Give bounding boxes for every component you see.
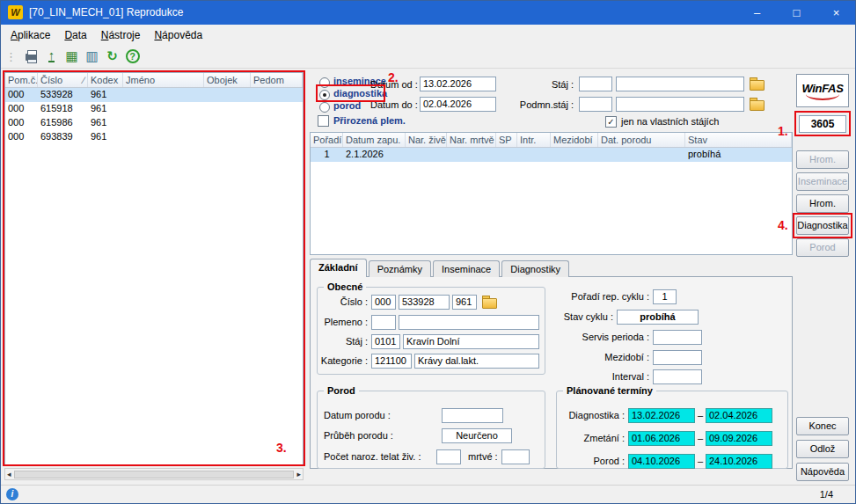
radio-inseminace[interactable] bbox=[319, 77, 330, 88]
cell: 961 bbox=[88, 130, 123, 144]
column-header-datum-zapu[interactable]: Datum zapu. bbox=[343, 133, 406, 147]
podmn-staj-label: Podmn.stáj : bbox=[510, 99, 574, 110]
sort-indicator-icon: ∕ bbox=[83, 75, 84, 85]
radio-porod[interactable] bbox=[319, 102, 330, 113]
annotation-label-1: 1. bbox=[778, 124, 788, 138]
podmn-staj-name-field[interactable] bbox=[616, 97, 744, 112]
minimize-button[interactable]: – bbox=[737, 0, 777, 25]
tab-poznamky[interactable]: Poznámky bbox=[369, 260, 431, 277]
help-icon[interactable]: ? bbox=[122, 47, 143, 66]
staj-folder-icon[interactable] bbox=[750, 77, 764, 89]
podmn-staj-folder-icon[interactable] bbox=[750, 98, 764, 109]
planned-porod-from: 04.10.2026 bbox=[628, 454, 695, 469]
refresh-icon[interactable]: ↻ bbox=[102, 47, 122, 66]
napoveda-button[interactable]: Nápověda bbox=[796, 463, 849, 481]
cislo-field-2[interactable]: 533928 bbox=[399, 295, 450, 310]
plemeno-code-field[interactable] bbox=[371, 315, 396, 330]
column-header-jmeno[interactable]: Jméno bbox=[123, 73, 204, 87]
odloz-button[interactable]: Odlož bbox=[796, 440, 849, 458]
tab-diagnostiky[interactable]: Diagnostiky bbox=[501, 260, 569, 277]
column-header-nar-mrtve[interactable]: Nar. mrtvě bbox=[447, 133, 496, 147]
column-header-kodex[interactable]: Kodex bbox=[88, 73, 123, 87]
datum-porodu-field[interactable] bbox=[442, 408, 503, 423]
cell bbox=[517, 148, 551, 162]
radio-diagnostika[interactable] bbox=[319, 90, 330, 100]
planned-porod-label: Porod : bbox=[558, 456, 625, 466]
planned-zmetani-to: 09.09.2026 bbox=[706, 431, 772, 446]
konec-button[interactable]: Konec bbox=[796, 417, 849, 435]
pocet-zive-field[interactable] bbox=[436, 449, 461, 464]
planned-diagnostika-to: 02.04.2026 bbox=[706, 408, 772, 423]
cell: 000 bbox=[5, 88, 38, 102]
porod-button: Porod bbox=[796, 238, 849, 257]
hrom-diagn-button[interactable]: Hrom. diagn. bbox=[796, 194, 849, 213]
app-icon: W bbox=[8, 5, 23, 19]
staj-code-field[interactable] bbox=[579, 77, 612, 91]
cislo-field-1[interactable]: 000 bbox=[371, 295, 396, 310]
column-header-sp[interactable]: SP bbox=[496, 133, 517, 147]
column-header-nar-zive[interactable]: Nar. živě bbox=[406, 133, 447, 147]
planned-zmetani-label: Zmetání : bbox=[558, 433, 625, 443]
column-header-stav[interactable]: Stav bbox=[685, 133, 792, 147]
prubeh-porodu-field[interactable]: Neurčeno bbox=[442, 428, 512, 443]
menu-nastroje[interactable]: Nástroje bbox=[94, 26, 148, 45]
poradi-cyklu-label: Pořadí rep. cyklu : bbox=[544, 291, 649, 302]
menu-napoveda[interactable]: Nápověda bbox=[147, 26, 209, 45]
kategorie-code-field[interactable]: 121100 bbox=[371, 354, 412, 369]
column-header-pomc[interactable]: Pom.č. bbox=[5, 73, 38, 87]
close-button[interactable]: × bbox=[816, 0, 856, 25]
statusbar: i 1/4 bbox=[0, 485, 856, 504]
diagnostika-button[interactable]: Diagnostika bbox=[796, 216, 849, 235]
cell bbox=[123, 116, 204, 130]
cell bbox=[406, 148, 447, 162]
own-stables-checkbox[interactable]: ✓ bbox=[605, 116, 617, 128]
column-header-cislo[interactable]: Číslo∕ bbox=[38, 73, 88, 87]
scroll-left-icon[interactable]: ◂ bbox=[7, 470, 11, 478]
cell bbox=[204, 116, 251, 130]
horizontal-scrollbar[interactable]: ◂ ▸ bbox=[4, 468, 304, 480]
tab-zakladni[interactable]: Základní bbox=[310, 259, 367, 277]
column-header-dat-porodu[interactable]: Dat. porodu bbox=[598, 133, 685, 147]
staj-detail-code-field[interactable]: 0101 bbox=[371, 334, 400, 349]
datum-od-field[interactable]: 13.02.2026 bbox=[420, 77, 496, 91]
cell: 533928 bbox=[38, 88, 88, 102]
menu-data[interactable]: Data bbox=[57, 26, 93, 45]
cell: 615986 bbox=[38, 116, 88, 130]
task-number-field[interactable]: 3605 bbox=[799, 115, 846, 133]
mrtve-label: mrtvé : bbox=[468, 451, 498, 462]
column-header-intr[interactable]: Intr. bbox=[517, 133, 551, 147]
column-header-poradi[interactable]: Pořadí bbox=[311, 133, 343, 147]
datum-do-field[interactable]: 02.04.2026 bbox=[420, 97, 496, 112]
menu-aplikace[interactable]: Aplikace bbox=[4, 26, 57, 45]
cislo-field-3[interactable]: 961 bbox=[452, 295, 477, 310]
prirozena-plem-checkbox[interactable] bbox=[318, 115, 329, 127]
maximize-button[interactable]: □ bbox=[777, 0, 816, 25]
table-row[interactable]: 000 615918 961 bbox=[5, 102, 303, 116]
podmn-staj-code-field[interactable] bbox=[579, 97, 612, 112]
kategorie-name-field[interactable]: Krávy dal.lakt. bbox=[414, 354, 539, 369]
print-icon[interactable] bbox=[21, 47, 41, 66]
mrtve-field[interactable] bbox=[501, 449, 530, 464]
table-row[interactable]: 000 533928 961 bbox=[5, 88, 303, 102]
export-icon[interactable]: ↑ bbox=[41, 47, 62, 66]
toolbar: ⋮ ↑ ▦ ▥ ↻ ? bbox=[0, 45, 856, 69]
tab-inseminace[interactable]: Inseminace bbox=[433, 260, 500, 277]
column-header-pedom[interactable]: Pedom bbox=[251, 73, 303, 87]
table-row[interactable]: 000 615986 961 bbox=[5, 116, 303, 130]
hrom-insem-button: Hrom. insem. bbox=[796, 150, 849, 169]
staj-detail-name-field[interactable]: Kravín Dolní bbox=[403, 334, 539, 349]
cell: 961 bbox=[88, 88, 123, 102]
staj-name-field[interactable] bbox=[616, 77, 744, 91]
column-header-mezidobi[interactable]: Mezidobí bbox=[551, 133, 598, 147]
data-grid-icon[interactable]: ▦ bbox=[62, 47, 82, 66]
cell: 2.1.2026 bbox=[343, 148, 406, 162]
cislo-folder-icon[interactable] bbox=[482, 296, 496, 307]
table-row[interactable]: 1 2.1.2026 probíhá bbox=[311, 148, 792, 162]
column-header-obojek[interactable]: Obojek bbox=[204, 73, 251, 87]
range-dash: – bbox=[698, 410, 703, 420]
scrollbar-thumb[interactable] bbox=[14, 471, 295, 478]
table-row[interactable]: 000 693839 961 bbox=[5, 130, 303, 144]
scroll-right-icon[interactable]: ▸ bbox=[296, 470, 301, 478]
plemeno-name-field[interactable] bbox=[399, 315, 539, 330]
columns-icon[interactable]: ▥ bbox=[82, 47, 102, 66]
